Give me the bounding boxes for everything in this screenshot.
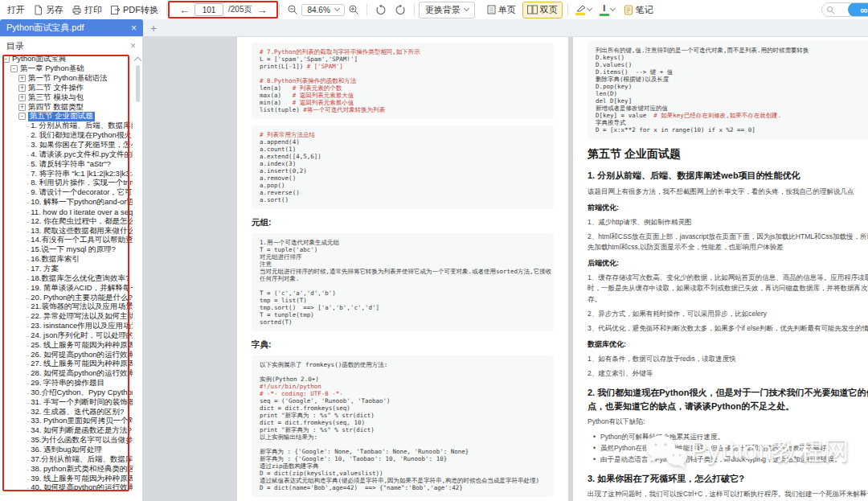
toc-item[interactable]: - 8. 利用切片操作，实现一个trim()函数: [0, 179, 133, 188]
tree-line: -: [27, 265, 29, 273]
toc-item[interactable]: - 14.有没有一个工具可以帮助查找: [0, 236, 133, 245]
toc-item[interactable]: - 23. isinstance作用以及应用场景: [0, 322, 133, 331]
highlighter-tool-button[interactable]: [575, 5, 592, 15]
toc-item[interactable]: - 7. 将字符串 "k:1 |k1:2|k2:3|k3:4": [0, 169, 133, 179]
zoom-in-button[interactable]: [348, 4, 359, 15]
toc-close-icon[interactable]: ×: [130, 40, 136, 51]
toc-item[interactable]: -第五节 企业面试题: [0, 112, 133, 121]
toc-item[interactable]: - 24. json序列化时，可以处理的数据类型: [0, 331, 133, 340]
change-background-dropdown[interactable]: 更换背景: [419, 2, 475, 18]
toc-item[interactable]: - 28. 如何提高python的运行效率: [0, 369, 133, 379]
toc-item[interactable]: - 19. 简单谈谈ACID，并解释每一个特性: [0, 283, 133, 293]
tree-line: -: [27, 398, 29, 407]
toc-item[interactable]: - 34. 如何判断是函数还是方法?: [0, 426, 133, 436]
page-number-input[interactable]: [194, 3, 223, 16]
toc-item[interactable]: - 13. 爬取这些数据都用来做什么的: [0, 226, 133, 236]
toc-item[interactable]: - 20. Python的主要功能是什么?: [0, 293, 133, 302]
toc-item-label: 18.数据库怎么优化查询效率?: [31, 273, 129, 283]
highlighter-icon: [575, 5, 586, 15]
scrollbar-thumb[interactable]: [136, 65, 140, 102]
double-page-button[interactable]: 双页: [522, 2, 563, 18]
document-tab[interactable]: Python面试宝典.pdf ×: [0, 19, 143, 36]
toc-item[interactable]: - 16.数据库索引: [0, 255, 133, 265]
toc-item[interactable]: - 12. 你在爬虫过程中，都是怎么解决反爬的: [0, 216, 133, 226]
tree-line: -: [27, 388, 29, 397]
zoom-out-button[interactable]: [287, 4, 298, 15]
prev-page-button[interactable]: ←: [179, 5, 190, 15]
toc-item[interactable]: - 10. 解释一下python的and-or语法: [0, 198, 133, 207]
code-block: 1.用一个可迭代对象生成元组T = tuple('abc')对元组进行排序注意当…: [252, 233, 554, 331]
toc-item[interactable]: +第三节 模块与包: [0, 92, 133, 102]
toc-item[interactable]: - 31. 手写一个判断时间的装饰器: [0, 397, 133, 407]
scroll-up-icon[interactable]: [133, 57, 141, 65]
toc-item[interactable]: - 9. 请设计一个decorator，它可作用于任何函数: [0, 188, 133, 198]
collapse-toggle-icon[interactable]: -: [18, 113, 26, 120]
toc-item[interactable]: - 36. 遇到bug如何处理: [0, 446, 133, 455]
expand-toggle-icon[interactable]: +: [18, 84, 26, 92]
notes-button[interactable]: 笔记: [620, 2, 657, 18]
app-logo-button[interactable]: ∞: [848, 2, 868, 17]
toc-item-label: 10. 解释一下python的and-or语法: [31, 198, 133, 207]
document-viewport[interactable]: # 7.Python的列表的截取与字符串操作类型相同,如下所示L = ['spa…: [143, 37, 868, 501]
toc-item[interactable]: - 22. 异常处理写法以及如何主动抛出异常: [0, 312, 133, 322]
toc-item[interactable]: - 35.为什么函数名字可以当做参数用: [0, 436, 133, 446]
tree-line: -: [27, 217, 29, 226]
print-button[interactable]: 打印: [68, 2, 106, 18]
toc-item[interactable]: - 37.分别从前端、后端、数据库阐述: [0, 454, 133, 464]
toc-item[interactable]: +第四节 数据类型: [0, 102, 133, 112]
toc-item[interactable]: - 11. how do I iterate over a sequence: [0, 207, 133, 217]
toc-item-label: 5. 请反转字符串 "aStr"?: [31, 159, 111, 169]
tab-close-icon[interactable]: ×: [131, 23, 137, 34]
pdf-convert-button[interactable]: PDF转换: [106, 2, 162, 18]
toc-item[interactable]: - 25. 线上服务可能因为种种原因导致挂掉: [0, 340, 133, 350]
toc-item[interactable]: - 40. 如何提高python的运行效率: [0, 483, 133, 493]
toc-item[interactable]: - 15.说一下 mysql 的原理?: [0, 245, 133, 255]
toc-item[interactable]: - 39. 线上服务可能因为种种原因导致挂掉: [0, 474, 133, 483]
toc-item[interactable]: - 21.装饰器的写法以及应用场景: [0, 302, 133, 312]
toc-item[interactable]: -第一章 Python基础: [0, 64, 133, 74]
toc-item-label: 23. isinstance作用以及应用场景: [31, 322, 133, 331]
toc-item-label: 29. 字符串的操作题目: [31, 379, 104, 388]
save-as-button[interactable]: 另存: [29, 2, 68, 18]
underline-tool-button[interactable]: I: [600, 4, 615, 16]
toc-item[interactable]: - 5. 请反转字符串 "aStr"?: [0, 159, 133, 169]
toc-item[interactable]: - 26. 如何提高python的运行效率: [0, 350, 133, 359]
single-page-button[interactable]: 单页: [482, 2, 521, 18]
toc-item[interactable]: - 18.数据库怎么优化查询效率?: [0, 273, 133, 283]
collapse-toggle-icon[interactable]: -: [10, 65, 18, 72]
next-page-button[interactable]: →: [256, 5, 267, 15]
toolbar-separator: [567, 4, 568, 15]
rotate-left-button[interactable]: [375, 4, 387, 15]
toc-item-label: 34. 如何判断是函数还是方法?: [31, 426, 132, 436]
toc-item[interactable]: - 29. 字符串的操作题目: [0, 379, 133, 388]
open-button[interactable]: 打开: [3, 2, 29, 18]
tree-line: -: [27, 436, 29, 445]
toc-item[interactable]: - 27. 线上服务可能因为种种原因导致挂掉: [0, 359, 133, 369]
toc-item[interactable]: - 17. 方案: [0, 265, 133, 274]
toc-item[interactable]: - 32. 生成器、迭代器的区别?: [0, 407, 133, 417]
toc-item[interactable]: +第二节 文件操作: [0, 84, 133, 93]
tree-line: -: [27, 379, 29, 388]
toc-item[interactable]: +第一节 Python基础语法: [0, 74, 133, 84]
toc-item[interactable]: - 3. 如果你困在了死循环里，怎么打破它?: [0, 141, 133, 150]
toc-item[interactable]: - 33. Python里面如何拷贝一个对象?: [0, 417, 133, 426]
zoom-level-dropdown[interactable]: 84.6%: [301, 4, 344, 16]
tree-line: -: [27, 294, 29, 302]
toc-item[interactable]: - 30.介绍Cython、Pypy Cpython的区别: [0, 388, 133, 398]
toc-item-label: 30.介绍Cython、Pypy Cpython的区别: [31, 388, 133, 398]
expand-toggle-icon[interactable]: +: [18, 94, 26, 101]
expand-toggle-icon[interactable]: +: [18, 75, 26, 82]
new-tab-button[interactable]: +: [143, 19, 164, 36]
document-icon: [33, 5, 43, 15]
toc-item[interactable]: - 4. 请谈谈.pyc文件和.py文件的区别: [0, 150, 133, 159]
toc-scrollbar[interactable]: [133, 55, 141, 501]
tree-line: -: [27, 284, 29, 293]
toc-item[interactable]: - 38. python新式类和经典类的区别: [0, 464, 133, 474]
rotate-right-button[interactable]: [395, 4, 406, 15]
search-box[interactable]: ∞: [821, 2, 868, 17]
collapse-toggle-icon[interactable]: -: [2, 55, 10, 63]
toc-item[interactable]: -Python面试宝典: [0, 55, 133, 64]
toc-item[interactable]: - 1. 分别从前端、后端、数据库阐述web项目的性能优化: [0, 121, 133, 131]
expand-toggle-icon[interactable]: +: [18, 104, 26, 111]
toc-item[interactable]: - 2. 我们都知道现在Python很火，但是对于一门技术: [0, 131, 133, 141]
